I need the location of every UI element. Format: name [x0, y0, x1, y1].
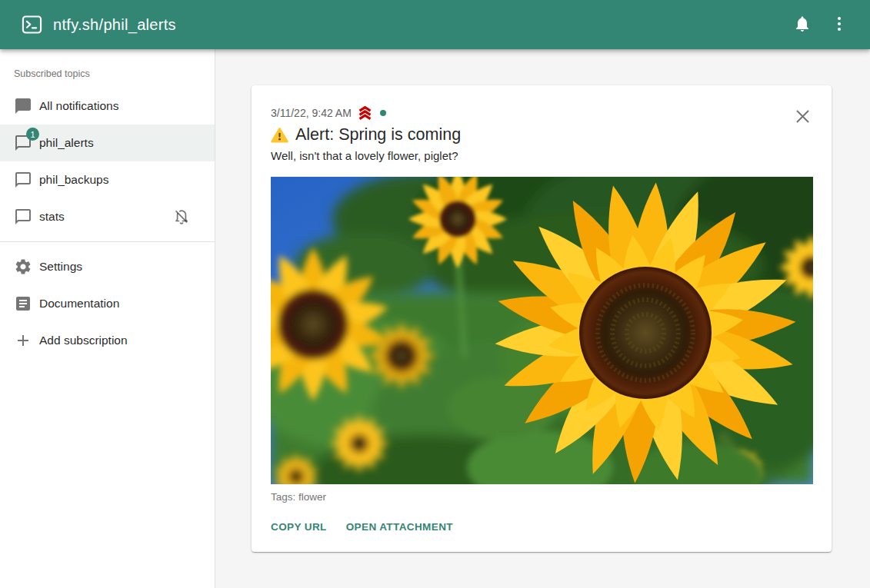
notification-title: Alert: Spring is coming — [295, 125, 461, 145]
sidebar-item-stats[interactable]: stats — [0, 198, 215, 235]
notifications-bell-button[interactable] — [784, 6, 821, 43]
notification-body: Well, isn't that a lovely flower, piglet… — [271, 149, 813, 162]
timestamp: 3/11/22, 9:42 AM — [271, 107, 352, 119]
tags-line: Tags: flower — [271, 491, 813, 503]
chat-bubble-outline-icon — [14, 208, 32, 226]
notification-card: 3/11/22, 9:42 AM — [252, 85, 832, 552]
sidebar-item-label: Documentation — [39, 297, 119, 311]
bell-off-icon — [172, 208, 191, 226]
sidebar-item-add-subscription[interactable]: Add subscription — [0, 322, 215, 359]
chat-bubble-outline-icon — [14, 171, 32, 189]
chat-bubble-outline-icon: 1 — [14, 134, 32, 152]
chat-bubble-filled-icon — [14, 97, 32, 115]
sidebar-item-documentation[interactable]: Documentation — [0, 285, 215, 322]
article-icon — [14, 294, 32, 313]
sidebar-item-label: Add subscription — [39, 334, 128, 347]
priority-high-icon — [356, 105, 374, 121]
warning-icon — [271, 127, 288, 144]
subscribed-topics-label: Subscribed topics — [0, 49, 215, 88]
sidebar: Subscribed topics All notifications 1 ph… — [0, 49, 215, 588]
close-icon — [795, 109, 810, 126]
unread-dot — [380, 110, 386, 116]
app-bar: ntfy.sh/phil_alerts — [0, 0, 870, 49]
sidebar-item-label: phil_alerts — [39, 136, 94, 150]
sidebar-item-phil-alerts[interactable]: 1 phil_alerts — [0, 125, 215, 161]
open-attachment-button[interactable]: OPEN ATTACHMENT — [340, 514, 459, 540]
close-notification-button[interactable] — [789, 105, 815, 131]
sidebar-item-label: All notifications — [39, 99, 118, 113]
notification-title-row: Alert: Spring is coming — [271, 125, 813, 145]
sidebar-divider — [0, 241, 215, 242]
copy-url-button[interactable]: COPY URL — [265, 514, 333, 540]
plus-icon — [14, 331, 32, 350]
sidebar-item-label: Settings — [39, 260, 82, 274]
app-title: ntfy.sh/phil_alerts — [53, 16, 176, 34]
main-content: 3/11/22, 9:42 AM — [215, 49, 870, 588]
notification-meta: 3/11/22, 9:42 AM — [271, 105, 813, 121]
sidebar-item-all-notifications[interactable]: All notifications — [0, 88, 215, 125]
more-vert-icon — [830, 15, 848, 35]
bell-icon — [793, 15, 812, 35]
unread-count-badge: 1 — [26, 128, 39, 141]
sidebar-item-phil-backups[interactable]: phil_backups — [0, 161, 215, 198]
sidebar-item-label: phil_backups — [39, 173, 108, 187]
gear-icon — [14, 257, 32, 276]
overflow-menu-button[interactable] — [821, 6, 858, 43]
sidebar-item-label: stats — [39, 210, 65, 224]
card-actions: COPY URL OPEN ATTACHMENT — [265, 514, 813, 546]
attachment-image[interactable] — [271, 177, 813, 484]
sidebar-item-settings[interactable]: Settings — [0, 248, 215, 285]
terminal-logo-icon — [22, 15, 53, 34]
